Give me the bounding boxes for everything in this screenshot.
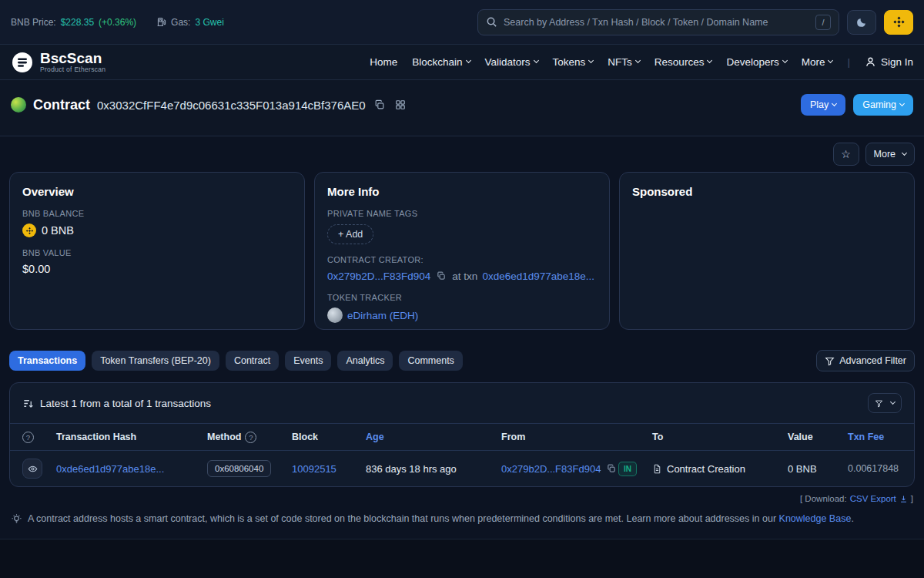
column-txn-fee-toggle[interactable]: Txn Fee bbox=[848, 432, 902, 442]
search-input[interactable] bbox=[504, 17, 809, 28]
apps-grid-icon bbox=[395, 99, 406, 110]
contract-address: 0x3032CfFF4e7d9c06631c335F013a914cBf376A… bbox=[97, 99, 366, 112]
creator-address-link[interactable]: 0x279b2D...F83Fd904 bbox=[327, 271, 430, 282]
more-options-button[interactable]: More bbox=[865, 143, 915, 166]
copy-icon bbox=[607, 464, 616, 473]
from-address-link[interactable]: 0x279b2D...F83Fd904 bbox=[501, 463, 601, 475]
nav-item-more[interactable]: More bbox=[802, 56, 833, 68]
network-bnb-button[interactable] bbox=[884, 10, 913, 35]
favorite-star-button[interactable]: ☆ bbox=[833, 143, 859, 166]
tab-transactions[interactable]: Transactions bbox=[9, 351, 85, 371]
entity-type-title: Contract bbox=[33, 97, 90, 113]
footnote-text: A contract address hosts a smart contrac… bbox=[28, 513, 854, 524]
row-detail-column-header: ? bbox=[22, 432, 56, 443]
gas-pump-icon bbox=[156, 17, 166, 27]
table-filter-button[interactable] bbox=[868, 393, 902, 413]
gas-tracker-link[interactable]: 3 Gwei bbox=[195, 17, 223, 28]
copy-address-button[interactable] bbox=[373, 98, 387, 112]
chevron-down-icon bbox=[466, 58, 471, 63]
nav-items: Home Blockchain Validators Tokens NFTs R… bbox=[370, 56, 913, 68]
main-navigation: BscScan Product of Etherscan Home Blockc… bbox=[0, 45, 924, 80]
search-bar[interactable]: / bbox=[477, 9, 839, 35]
tabs-row: Transactions Token Transfers (BEP-20) Co… bbox=[9, 350, 915, 371]
tx-hash-link[interactable]: 0xde6ed1d977abe18e... bbox=[56, 463, 164, 475]
help-icon[interactable]: ? bbox=[245, 432, 256, 443]
footnote-body: A contract address hosts a smart contrac… bbox=[28, 513, 776, 524]
advanced-filter-button[interactable]: Advanced Filter bbox=[816, 350, 915, 371]
transactions-header: Latest 1 from a total of 1 transactions bbox=[10, 383, 914, 423]
copy-icon bbox=[437, 271, 446, 281]
bscscan-logo[interactable]: BscScan Product of Etherscan bbox=[11, 51, 105, 74]
summary-cards: Overview BNB BALANCE 0 BNB BNB VALUE $0.… bbox=[9, 172, 915, 330]
tab-contract[interactable]: Contract bbox=[226, 351, 279, 371]
topbar: BNB Price: $228.35 (+0.36%) Gas: 3 Gwei … bbox=[0, 0, 924, 45]
nav-item-nfts[interactable]: NFTs bbox=[608, 56, 640, 68]
nav-item-validators[interactable]: Validators bbox=[485, 56, 538, 68]
add-private-tag-button[interactable]: + Add bbox=[327, 224, 373, 244]
tx-preview-eye-button[interactable] bbox=[22, 459, 42, 479]
chevron-down-icon bbox=[534, 58, 539, 63]
tx-from-cell: 0x279b2D...F83Fd904 bbox=[501, 462, 618, 475]
chevron-down-icon bbox=[832, 100, 837, 106]
theme-moon-icon bbox=[856, 17, 867, 28]
overview-title: Overview bbox=[22, 185, 292, 198]
tx-hash-cell: 0xde6ed1d977abe18e... bbox=[56, 463, 207, 475]
filter-funnel-icon bbox=[825, 356, 835, 366]
gaming-tag-button[interactable]: Gaming bbox=[853, 94, 913, 116]
block-link[interactable]: 10092515 bbox=[292, 463, 336, 475]
token-tracker-link[interactable]: eDirham (EDH) bbox=[347, 310, 418, 321]
transactions-column-headers: ? Transaction Hash Method ? Block Age Fr… bbox=[10, 423, 914, 451]
person-icon bbox=[865, 56, 876, 68]
nav-item-resources[interactable]: Resources bbox=[654, 56, 712, 68]
bnb-price-change: (+0.36%) bbox=[99, 17, 136, 28]
bnb-price-link[interactable]: $228.35 bbox=[61, 17, 94, 28]
token-tracker-row: eDirham (EDH) bbox=[327, 307, 597, 323]
bnb-price-label: BNB Price: bbox=[11, 17, 56, 28]
main-content: ☆ More Overview BNB BALANCE 0 BNB BNB VA… bbox=[0, 136, 924, 525]
sort-icon bbox=[22, 398, 34, 409]
search-icon bbox=[486, 16, 497, 28]
bnb-value-label: BNB VALUE bbox=[22, 248, 292, 257]
copy-from-button[interactable] bbox=[605, 462, 618, 475]
nav-divider: | bbox=[847, 56, 850, 68]
csv-export-link[interactable]: CSV Export bbox=[850, 494, 896, 503]
chevron-down-icon bbox=[902, 150, 907, 155]
tab-token-transfers[interactable]: Token Transfers (BEP-20) bbox=[92, 351, 219, 371]
nav-item-home[interactable]: Home bbox=[370, 56, 397, 68]
nav-item-label: More bbox=[802, 56, 825, 68]
overview-card: Overview BNB BALANCE 0 BNB BNB VALUE $0.… bbox=[9, 172, 305, 330]
nav-item-tokens[interactable]: Tokens bbox=[553, 56, 594, 68]
gas-label: Gas: bbox=[171, 17, 190, 28]
column-transaction-hash: Transaction Hash bbox=[56, 432, 207, 442]
column-age-toggle[interactable]: Age bbox=[366, 432, 501, 442]
knowledge-base-link[interactable]: Knowledge Base bbox=[779, 513, 852, 524]
tx-direction-cell: IN bbox=[618, 462, 652, 476]
sign-in-link[interactable]: Sign In bbox=[865, 56, 913, 68]
theme-toggle-button[interactable] bbox=[847, 10, 876, 35]
column-block: Block bbox=[292, 432, 366, 442]
column-from: From bbox=[501, 432, 618, 442]
nav-item-developers[interactable]: Developers bbox=[726, 56, 786, 68]
brand-text: BscScan Product of Etherscan bbox=[40, 51, 105, 73]
address-tag-buttons: Play Gaming bbox=[801, 94, 913, 116]
tx-method-cell: 0x60806040 bbox=[207, 460, 292, 477]
play-tag-button[interactable]: Play bbox=[801, 94, 845, 116]
tab-analytics[interactable]: Analytics bbox=[337, 351, 393, 371]
copy-creator-button[interactable] bbox=[435, 270, 447, 282]
tx-fee-cell: 0.00617848 bbox=[848, 463, 902, 474]
gaming-label: Gaming bbox=[862, 99, 896, 110]
tab-comments[interactable]: Comments bbox=[399, 351, 462, 371]
more-info-card: More Info PRIVATE NAME TAGS + Add CONTRA… bbox=[314, 172, 610, 330]
star-icon: ☆ bbox=[841, 148, 851, 160]
chevron-down-icon bbox=[828, 58, 833, 63]
nav-item-blockchain[interactable]: Blockchain bbox=[412, 56, 470, 68]
nav-item-label: Developers bbox=[726, 56, 778, 68]
creation-txn-link[interactable]: 0xde6ed1d977abe18e... bbox=[482, 271, 594, 282]
tab-events[interactable]: Events bbox=[285, 351, 331, 371]
advanced-filter-label: Advanced Filter bbox=[839, 355, 906, 366]
nav-item-label: Home bbox=[370, 56, 397, 68]
footnote-period: . bbox=[851, 513, 853, 524]
apps-grid-button[interactable] bbox=[393, 98, 407, 112]
gas-value: 3 Gwei bbox=[195, 17, 223, 28]
nav-item-label: Blockchain bbox=[412, 56, 462, 68]
